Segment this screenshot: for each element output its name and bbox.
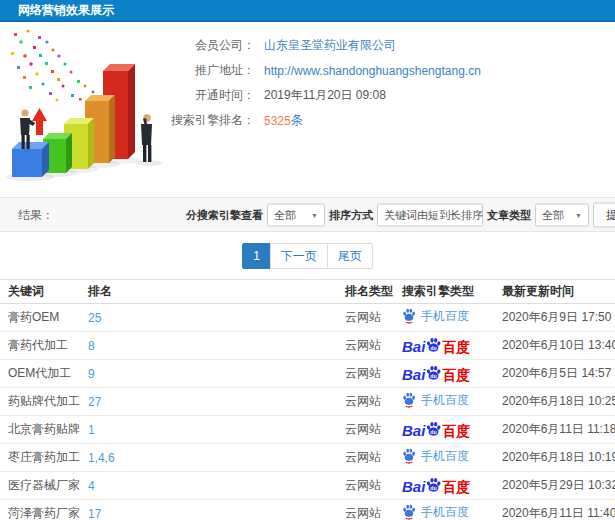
page-button-current[interactable]: 1 <box>242 243 271 269</box>
updated-time-cell: 2020年5月29日 10:32 <box>494 472 615 500</box>
article-type-select[interactable]: 全部 ▼ <box>535 203 589 226</box>
page-title: 网络营销效果展示 <box>18 3 114 17</box>
keyword-cell: 医疗器械厂家 <box>0 472 80 500</box>
svg-text:du: du <box>431 429 437 435</box>
result-label: 结果： <box>18 206 54 223</box>
table-row: 膏药代加工8云网站Bai du 百度2020年6月10日 13:40 <box>0 332 615 360</box>
engine-type-cell: 手机百度 <box>394 444 494 472</box>
engine-type-cell: Bai du 百度 <box>394 472 494 500</box>
updated-time-cell: 2020年6月11日 11:18 <box>494 416 615 444</box>
mobile-baidu-link[interactable]: 手机百度 <box>402 308 469 325</box>
sort-filter-label: 排序方式 <box>329 207 373 222</box>
rank-link[interactable]: 9 <box>80 360 337 388</box>
header-rank: 排名 <box>80 280 337 304</box>
mobile-baidu-link[interactable]: 手机百度 <box>402 504 469 520</box>
filter-bar: 结果： 分搜索引擎查看 全部 ▼ 排序方式 关键词由短到长排序 ▼ 文章类型 全… <box>0 197 615 232</box>
table-row: 菏泽膏药厂家17云网站 手机百度2020年6月11日 11:40 <box>0 500 615 520</box>
rank-type-cell: 云网站 <box>337 416 394 444</box>
promotion-url-link[interactable]: http://www.shandonghuangshengtang.cn <box>264 64 481 78</box>
baidu-logo[interactable]: Bai du 百度 <box>402 365 470 382</box>
rank-type-cell: 云网站 <box>337 304 394 332</box>
keyword-cell: 北京膏药贴牌 <box>0 416 80 444</box>
engine-select[interactable]: 全部 ▼ <box>267 203 325 226</box>
updated-time-cell: 2020年6月9日 17:50 <box>494 304 615 332</box>
table-header-row: 关键词 排名 排名类型 搜索引擎类型 最新更新时间 <box>0 280 615 304</box>
engine-type-cell: 手机百度 <box>394 500 494 520</box>
mobile-baidu-link[interactable]: 手机百度 <box>402 448 469 465</box>
mobile-baidu-paw-icon <box>402 448 416 464</box>
rank-type-cell: 云网站 <box>337 472 394 500</box>
info-section: 会员公司： 山东皇圣堂药业有限公司 推广地址： http://www.shand… <box>0 22 615 197</box>
mobile-baidu-label: 手机百度 <box>421 504 469 520</box>
header-keyword: 关键词 <box>0 280 80 304</box>
next-page-button[interactable]: 下一页 <box>270 243 328 269</box>
sort-select-value: 关键词由短到长排序 <box>384 207 483 222</box>
field-rank-count: 搜索引擎排名： 5325 条 <box>163 108 615 133</box>
header-updated: 最新更新时间 <box>494 280 615 304</box>
up-arrow-icon <box>32 108 47 135</box>
mobile-baidu-link[interactable]: 手机百度 <box>402 392 469 409</box>
keyword-cell: 枣庄膏药加工 <box>0 444 80 472</box>
engine-type-cell: 手机百度 <box>394 304 494 332</box>
field-company: 会员公司： 山东皇圣堂药业有限公司 <box>163 33 615 58</box>
rank-count-value: 5325 <box>264 114 291 128</box>
table-row: 枣庄膏药加工1,4,6云网站 手机百度2020年6月18日 10:19 <box>0 444 615 472</box>
engine-type-cell: Bai du 百度 <box>394 360 494 388</box>
engine-type-cell: Bai du 百度 <box>394 416 494 444</box>
member-info-fields: 会员公司： 山东皇圣堂药业有限公司 推广地址： http://www.shand… <box>163 22 615 133</box>
baidu-paw-icon: du <box>425 337 442 354</box>
baidu-logo[interactable]: Bai du 百度 <box>402 477 470 494</box>
rank-link[interactable]: 1,4,6 <box>80 444 337 472</box>
rank-type-cell: 云网站 <box>337 500 394 520</box>
baidu-logo[interactable]: Bai du 百度 <box>402 337 470 354</box>
submit-button[interactable]: 提交 <box>593 202 615 227</box>
rank-type-cell: 云网站 <box>337 444 394 472</box>
growth-chart-graphic <box>0 27 190 195</box>
baidu-logo[interactable]: Bai du 百度 <box>402 421 470 438</box>
header-rank-type: 排名类型 <box>337 280 394 304</box>
rank-type-cell: 云网站 <box>337 360 394 388</box>
filter-group: 分搜索引擎查看 全部 ▼ 排序方式 关键词由短到长排序 ▼ 文章类型 全部 ▼ … <box>186 202 615 227</box>
table-row: 医疗器械厂家4云网站Bai du 百度2020年5月29日 10:32 <box>0 472 615 500</box>
rank-link[interactable]: 8 <box>80 332 337 360</box>
page-header: 网络营销效果展示 <box>0 0 615 22</box>
article-type-label: 文章类型 <box>487 207 531 222</box>
field-url: 推广地址： http://www.shandonghuangshengtang.… <box>163 58 615 83</box>
baidu-paw-icon: du <box>425 477 442 494</box>
sort-select[interactable]: 关键词由短到长排序 ▼ <box>377 203 483 226</box>
businessman-right <box>141 114 152 162</box>
engine-type-cell: Bai du 百度 <box>394 332 494 360</box>
mobile-baidu-label: 手机百度 <box>421 392 469 409</box>
field-open-time: 开通时间： 2019年11月20日 09:08 <box>163 83 615 108</box>
bar-blue <box>12 142 49 177</box>
engine-filter-label: 分搜索引擎查看 <box>186 207 263 222</box>
updated-time-cell: 2020年6月10日 13:40 <box>494 332 615 360</box>
table-row: 药贴牌代加工27云网站 手机百度2020年6月18日 10:25 <box>0 388 615 416</box>
pagination: 1 下一页 尾页 <box>0 243 615 269</box>
engine-type-cell: 手机百度 <box>394 388 494 416</box>
rank-link[interactable]: 1 <box>80 416 337 444</box>
baidu-paw-icon: du <box>425 421 442 438</box>
last-page-button[interactable]: 尾页 <box>327 243 373 269</box>
mobile-baidu-label: 手机百度 <box>421 448 469 465</box>
mobile-baidu-paw-icon <box>402 308 416 324</box>
keyword-cell: 膏药代加工 <box>0 332 80 360</box>
rank-count-unit: 条 <box>291 112 303 129</box>
table-row: OEM代加工9云网站Bai du 百度2020年6月5日 14:57 <box>0 360 615 388</box>
table-row: 膏药OEM25云网站 手机百度2020年6月9日 17:50 <box>0 304 615 332</box>
rank-link[interactable]: 4 <box>80 472 337 500</box>
rank-link[interactable]: 27 <box>80 388 337 416</box>
keyword-cell: 膏药OEM <box>0 304 80 332</box>
rank-link[interactable]: 17 <box>80 500 337 520</box>
keyword-cell: 菏泽膏药厂家 <box>0 500 80 520</box>
mobile-baidu-paw-icon <box>402 504 416 520</box>
rank-link[interactable]: 25 <box>80 304 337 332</box>
mobile-baidu-label: 手机百度 <box>421 308 469 325</box>
updated-time-cell: 2020年6月11日 11:40 <box>494 500 615 520</box>
header-engine-type: 搜索引擎类型 <box>394 280 494 304</box>
rank-type-cell: 云网站 <box>337 388 394 416</box>
rank-type-cell: 云网站 <box>337 332 394 360</box>
svg-text:du: du <box>431 345 437 351</box>
company-name-link[interactable]: 山东皇圣堂药业有限公司 <box>264 37 396 54</box>
updated-time-cell: 2020年6月5日 14:57 <box>494 360 615 388</box>
